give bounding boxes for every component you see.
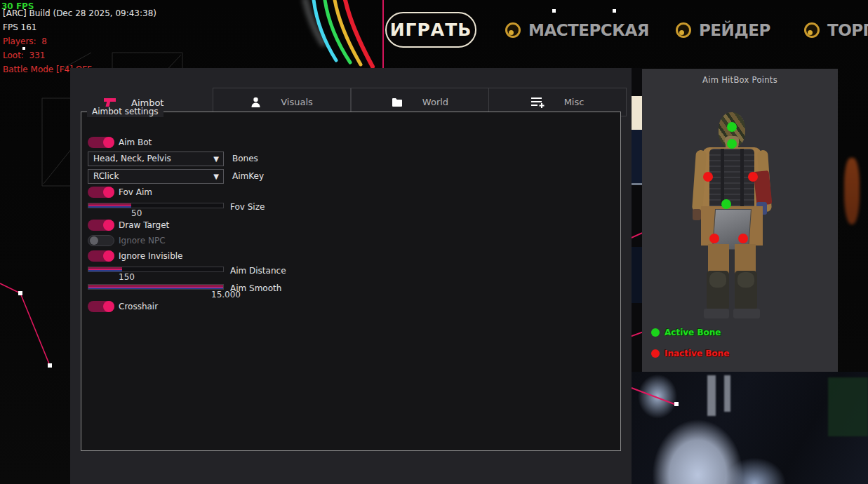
model-right-boot xyxy=(733,309,760,318)
bones-label: Bones xyxy=(232,154,258,163)
model-left-kneepad xyxy=(709,272,726,288)
model-right-thigh xyxy=(735,244,756,274)
toggle-row-crosshair: Crosshair xyxy=(88,301,158,312)
legend-active-bone: Active Bone xyxy=(651,328,721,337)
bones-dropdown[interactable]: Head, Neck, Pelvis xyxy=(88,152,224,166)
tab-label: Visuals xyxy=(281,97,313,107)
aim-smooth-value: 15.000 xyxy=(211,290,241,300)
toggle-knob xyxy=(103,220,114,231)
esp-vertical-line xyxy=(382,0,384,68)
background-orange-object xyxy=(844,158,860,224)
aimkey-label: AimKey xyxy=(232,171,264,181)
background-exit-sign xyxy=(828,377,868,436)
menu-item-label: ТОРГО xyxy=(827,21,868,39)
toggle-knob xyxy=(103,250,114,262)
rainbow-trail xyxy=(291,0,393,70)
hud-players-line: Players: 8 xyxy=(3,34,47,48)
play-button[interactable]: ИГРАТЬ xyxy=(385,12,476,48)
aim-smooth-slider[interactable] xyxy=(88,284,224,290)
hitbox-point-neck xyxy=(727,139,737,149)
hitbox-point-left-shoulder xyxy=(703,172,713,182)
cheat-menu-panel: Aimbot Visuals World Misc Aimbot setting… xyxy=(70,68,632,484)
hitbox-panel: Aim HitBox Points Active Bone xyxy=(642,69,838,372)
coin-icon xyxy=(676,22,691,38)
fov-aim-toggle[interactable] xyxy=(88,187,114,198)
hitbox-point-pelvis xyxy=(721,199,731,209)
toggle-label: Ignore NPC xyxy=(119,236,166,246)
hud-loot-line: Loot: 331 xyxy=(3,48,45,62)
toggle-knob xyxy=(103,187,114,198)
toggle-row-ignore-npc: Ignore NPC xyxy=(88,235,166,246)
coin-icon xyxy=(804,22,820,38)
toggle-row-aim-bot: Aim Bot xyxy=(88,137,152,148)
toggle-row-fov-aim: Fov Aim xyxy=(88,187,152,198)
tab-label: Misc xyxy=(564,97,585,107)
inactive-bone-dot-icon xyxy=(651,349,660,358)
aim-bot-toggle[interactable] xyxy=(88,137,114,148)
chevron-down-icon xyxy=(213,170,219,183)
toggle-label: Draw Target xyxy=(119,220,169,230)
background-building-patch xyxy=(632,96,642,130)
character-model xyxy=(642,69,838,372)
toggle-label: Fov Aim xyxy=(119,187,152,197)
toggle-knob xyxy=(90,236,98,245)
hitbox-point-right-thigh xyxy=(738,234,748,243)
toggle-label: Aim Bot xyxy=(119,137,152,147)
chevron-down-icon xyxy=(213,152,219,166)
dropdown-value: RClick xyxy=(93,171,119,181)
menu-item-label: МАСТЕРСКАЯ xyxy=(528,21,649,39)
model-vest xyxy=(709,149,754,210)
aim-distance-slider[interactable] xyxy=(88,267,224,272)
esp-endpoint-square xyxy=(674,402,679,406)
toggle-row-ignore-invisible: Ignore Invisible xyxy=(88,250,182,262)
background-window-bar xyxy=(707,375,716,416)
menu-item-raider[interactable]: РЕЙДЕР xyxy=(676,20,770,40)
menu-item-trade[interactable]: ТОРГО xyxy=(804,20,868,40)
coin-icon xyxy=(505,22,521,38)
esp-skeleton-lines xyxy=(0,277,63,375)
menu-item-workshop[interactable]: МАСТЕРСКАЯ xyxy=(505,20,649,40)
aim-distance-value: 150 xyxy=(119,272,135,282)
hitbox-point-left-thigh xyxy=(709,234,719,243)
hud-fps-line: FPS 161 xyxy=(3,20,36,34)
slider-fill xyxy=(88,203,131,208)
hud-build-info: [ARC] Build (Dec 28 2025, 09:43:38) xyxy=(3,6,156,20)
legend-inactive-bone: Inactive Bone xyxy=(651,349,729,358)
hitbox-point-head xyxy=(727,122,737,132)
active-bone-dot-icon xyxy=(651,328,660,337)
aimkey-dropdown[interactable]: RClick xyxy=(88,169,224,184)
fov-size-value: 50 xyxy=(131,208,142,218)
fov-size-slider[interactable] xyxy=(88,203,224,208)
legend-label: Inactive Bone xyxy=(665,349,729,358)
model-vest-strap2 xyxy=(740,149,744,210)
menu-item-label: РЕЙДЕР xyxy=(699,21,770,39)
fov-size-label: Fov Size xyxy=(230,202,265,212)
hitbox-point-right-shoulder xyxy=(748,172,758,182)
background-navy-patch xyxy=(632,130,642,184)
background-window-bar2 xyxy=(724,375,730,412)
slider-fill xyxy=(88,267,122,271)
slider-fill xyxy=(88,285,223,289)
person-icon xyxy=(251,97,261,108)
toggle-label: Ignore Invisible xyxy=(119,251,182,261)
ignore-invisible-toggle[interactable] xyxy=(88,250,114,262)
tab-label: World xyxy=(422,97,448,107)
model-left-boot xyxy=(704,309,729,318)
model-left-hand xyxy=(693,209,701,220)
legend-label: Active Bone xyxy=(665,328,721,337)
background-navy-patch2 xyxy=(632,247,642,303)
dropdown-value: Head, Neck, Pelvis xyxy=(93,154,171,163)
draw-target-toggle[interactable] xyxy=(88,220,114,231)
aim-distance-label: Aim Distance xyxy=(230,266,286,276)
ignore-npc-toggle[interactable] xyxy=(88,235,114,246)
sliders-plus-icon xyxy=(531,96,545,108)
esp-dot xyxy=(552,9,556,13)
background-line-patch xyxy=(632,183,642,185)
folder-icon xyxy=(392,98,403,107)
crosshair-toggle[interactable] xyxy=(88,301,114,312)
esp-dot2 xyxy=(613,9,616,13)
toggle-knob xyxy=(103,301,114,312)
toggle-row-draw-target: Draw Target xyxy=(88,220,169,231)
model-right-kneepad xyxy=(737,272,754,288)
toggle-label: Crosshair xyxy=(119,302,158,311)
